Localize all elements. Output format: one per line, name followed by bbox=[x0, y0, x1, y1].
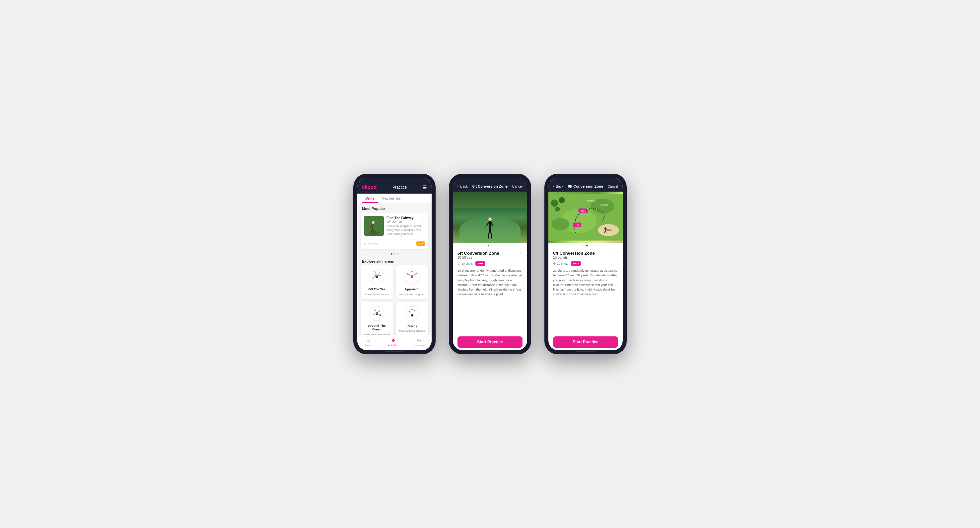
svg-line-47 bbox=[485, 226, 486, 230]
svg-line-46 bbox=[486, 222, 489, 226]
svg-point-68 bbox=[604, 225, 606, 227]
back-button-3[interactable]: < Back bbox=[553, 185, 563, 188]
skill-card-putting[interactable]: Putting Make and lag practice bbox=[396, 302, 428, 335]
ott-desc: Power and accuracy bbox=[365, 293, 389, 296]
svg-line-42 bbox=[410, 309, 412, 312]
home-indicator bbox=[385, 351, 404, 353]
atg-name: Around The Green bbox=[363, 324, 390, 331]
svg-rect-9 bbox=[366, 216, 367, 222]
svg-text:ROUGH: ROUGH bbox=[600, 204, 608, 206]
drill-card-text: Find The Fairway Off The Tee ☆ Create an… bbox=[387, 216, 425, 236]
most-popular-title: Most Popular bbox=[357, 203, 432, 212]
timer-icon: ⏱ bbox=[458, 262, 460, 265]
drill-description: Create an imaginary fairway using trees … bbox=[387, 225, 425, 236]
svg-point-1 bbox=[369, 231, 379, 235]
svg-text:Miss: Miss bbox=[581, 210, 586, 212]
bottom-navigation: ⌂ Home ♣ Activities ⊕ Capture bbox=[357, 335, 432, 350]
svg-line-52 bbox=[491, 233, 492, 238]
carousel-dots bbox=[357, 252, 432, 256]
svg-point-25 bbox=[407, 273, 408, 274]
skill-card-approach[interactable]: Approach Dial-in to hit the green bbox=[396, 265, 428, 299]
home-indicator bbox=[480, 351, 500, 353]
svg-point-75 bbox=[587, 208, 588, 209]
back-button[interactable]: < Back bbox=[458, 185, 468, 188]
dot-1 bbox=[391, 253, 393, 255]
cancel-button[interactable]: Cancel bbox=[512, 185, 522, 188]
ott-name: Off The Tee bbox=[368, 287, 385, 291]
timer-icon-3: ⏱ bbox=[553, 262, 556, 265]
approach-name: Approach bbox=[405, 287, 419, 291]
svg-point-76 bbox=[595, 208, 597, 210]
skill-areas-grid: Off The Tee Power and accuracy bbox=[357, 265, 432, 335]
dot-3 bbox=[397, 253, 398, 255]
header-nav-label: Practice bbox=[393, 185, 407, 190]
approach-icon bbox=[404, 269, 420, 285]
nav-capture[interactable]: ⊕ Capture bbox=[414, 337, 424, 347]
arg-badge: ARG bbox=[476, 262, 485, 266]
drill-card-footer: ⏱ 10 shots OTT bbox=[364, 239, 425, 246]
phone-notch bbox=[477, 174, 503, 175]
drill-title-row: 6ft Conversion Zone 10-50 yds ☆ bbox=[458, 251, 522, 261]
drill-name: 6ft Conversion Zone bbox=[458, 251, 499, 256]
drill-name-3: 6ft Conversion Zone bbox=[553, 251, 595, 256]
shots-info: ⏱ 20 shots bbox=[458, 262, 473, 265]
tab-drills[interactable]: Drills bbox=[362, 194, 378, 203]
skill-card-atg[interactable]: Around The Green Hone your short game bbox=[361, 302, 393, 335]
svg-point-2 bbox=[372, 221, 375, 224]
drill-meta: ⏱ 20 shots ARG bbox=[458, 262, 522, 266]
drill-description: 20 shots are randomly generated at dista… bbox=[458, 268, 522, 297]
svg-point-57 bbox=[551, 218, 569, 230]
img-dot-3-1 bbox=[583, 245, 585, 246]
favourite-star-icon[interactable]: ☆ bbox=[519, 251, 522, 255]
svg-point-74 bbox=[578, 211, 579, 213]
trees-bg bbox=[453, 191, 527, 208]
home-indicator-3 bbox=[576, 351, 595, 353]
nav-activities[interactable]: ♣ Activities bbox=[388, 337, 399, 347]
nav-home[interactable]: ⌂ Home bbox=[365, 337, 372, 347]
svg-line-50 bbox=[488, 233, 489, 238]
shots-info-3: ⏱ 20 shots bbox=[553, 262, 568, 265]
tab-bar: Drills Favourites bbox=[357, 194, 432, 203]
putting-icon bbox=[404, 305, 420, 322]
drill-header: < Back 6ft Conversion Zone Cancel bbox=[453, 178, 527, 191]
explore-title: Explore skill areas bbox=[357, 256, 432, 265]
drill-photo bbox=[453, 191, 527, 243]
svg-rect-45 bbox=[489, 221, 491, 228]
arg-badge-3: ARG bbox=[571, 262, 581, 266]
start-practice-button[interactable]: Start Practice bbox=[458, 337, 522, 348]
featured-drill-card[interactable]: Find The Fairway Off The Tee ☆ Create an… bbox=[361, 212, 428, 249]
home-icon: ⌂ bbox=[367, 337, 371, 343]
svg-line-22 bbox=[408, 274, 412, 276]
home-label: Home bbox=[365, 344, 372, 347]
skill-card-ott[interactable]: Off The Tee Power and accuracy bbox=[361, 265, 393, 299]
drill-header-3: < Back 6ft Conversion Zone Cancel bbox=[548, 178, 623, 191]
main-content: Most Popular bbox=[357, 203, 432, 335]
image-carousel-dots bbox=[453, 243, 527, 247]
drill-title-row-3: 6ft Conversion Zone 10-50 yds ☆ bbox=[553, 251, 618, 261]
svg-point-59 bbox=[559, 197, 565, 203]
drill-range-3: 10-50 yds bbox=[553, 256, 595, 259]
img-dot-1 bbox=[488, 245, 489, 246]
phone-notch bbox=[381, 174, 408, 175]
svg-point-44 bbox=[488, 217, 492, 221]
drill-header-title: 6ft Conversion Zone bbox=[473, 184, 508, 188]
app-logo: clippd bbox=[362, 184, 377, 190]
ott-icon bbox=[369, 269, 385, 285]
drill-range: 10-50 yds bbox=[458, 256, 499, 259]
category-badge: OTT bbox=[416, 241, 425, 246]
approach-desc: Dial-in to hit the green bbox=[399, 293, 425, 296]
svg-line-21 bbox=[412, 273, 416, 276]
tab-favourites[interactable]: Favourites bbox=[379, 194, 404, 203]
img-dot-3-2 bbox=[586, 245, 588, 246]
image-carousel-dots-3 bbox=[548, 243, 623, 247]
favourite-star-icon-3[interactable]: ☆ bbox=[615, 251, 618, 255]
app-header: clippd Practice ☰ bbox=[357, 178, 432, 194]
svg-rect-10 bbox=[380, 216, 382, 222]
start-practice-button-3[interactable]: Start Practice bbox=[553, 337, 618, 348]
phone-1: clippd Practice ☰ Drills Favourites Most… bbox=[353, 174, 436, 354]
shots-count: ⏱ 10 shots bbox=[364, 242, 378, 245]
cancel-button-3[interactable]: Cancel bbox=[608, 185, 618, 188]
favourite-icon[interactable]: ☆ bbox=[422, 216, 425, 220]
svg-point-23 bbox=[411, 271, 413, 272]
menu-icon[interactable]: ☰ bbox=[423, 185, 427, 190]
